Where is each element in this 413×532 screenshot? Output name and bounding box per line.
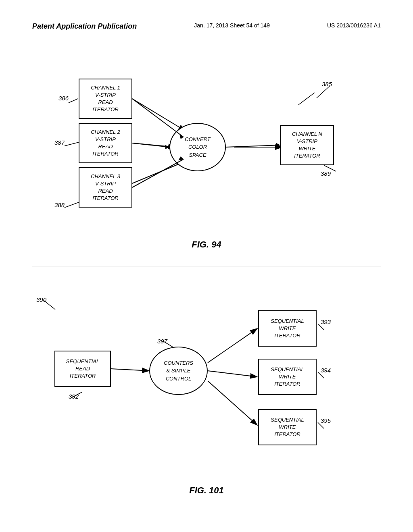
ref397-arrow <box>162 341 174 349</box>
channelN-box: CHANNEL NV-STRIPWRITEITERATOR <box>280 125 334 165</box>
patent-title: Patent Application Publication <box>32 22 137 31</box>
svg-line-27 <box>208 328 257 363</box>
ref392-arrow <box>69 391 83 399</box>
ref385-arrow <box>313 84 331 100</box>
svg-line-23 <box>318 372 324 378</box>
svg-line-7 <box>65 142 79 146</box>
channel1-box: CHANNEL 1V-STRIPREADITERATOR <box>79 79 132 119</box>
channelN-text: CHANNEL NV-STRIPWRITEITERATOR <box>292 131 322 160</box>
seq-write1-box: SEQUENTIALWRITEITERATOR <box>258 310 317 347</box>
ref390-arrow <box>42 298 56 310</box>
ref393-arrow <box>317 322 325 330</box>
svg-line-17 <box>226 145 280 147</box>
ref386-arrow <box>67 97 79 105</box>
seq-write3-box: SEQUENTIALWRITEITERATOR <box>258 409 317 445</box>
seq-write2-text: SEQUENTIALWRITEITERATOR <box>271 366 304 388</box>
ref388-arrow <box>63 202 79 210</box>
header: Patent Application Publication Jan. 17, … <box>32 22 381 31</box>
seq-read-text: SEQUENTIALREADITERATOR <box>66 358 99 380</box>
svg-line-13 <box>132 143 169 147</box>
svg-line-15 <box>132 159 184 187</box>
svg-line-21 <box>164 342 173 347</box>
convert-text: CONVERTCOLORSPACE <box>185 135 210 159</box>
seq-write3-text: SEQUENTIALWRITEITERATOR <box>271 416 304 438</box>
ref395-arrow <box>317 421 325 429</box>
svg-line-2 <box>132 161 186 183</box>
channel3-box: CHANNEL 3V-STRIPREADITERATOR <box>79 167 132 208</box>
convert-circle: CONVERTCOLORSPACE <box>169 123 226 171</box>
svg-marker-14 <box>165 145 169 149</box>
ref387-arrow <box>63 141 79 147</box>
counters-circle: COUNTERS& SIMPLECONTROL <box>149 347 208 395</box>
publication-number: US 2013/0016236 A1 <box>327 22 381 29</box>
channel1-text: CHANNEL 1V-STRIPREADITERATOR <box>91 84 120 114</box>
seq-write2-box: SEQUENTIALWRITEITERATOR <box>258 359 317 395</box>
svg-line-1 <box>132 143 175 147</box>
svg-line-9 <box>324 165 336 171</box>
counters-text: COUNTERS& SIMPLECONTROL <box>164 359 193 383</box>
seq-write1-text: SEQUENTIALWRITEITERATOR <box>271 318 304 340</box>
ref394-arrow <box>317 371 325 379</box>
channel2-box: CHANNEL 2V-STRIPREADITERATOR <box>79 123 132 163</box>
svg-line-29 <box>208 381 257 425</box>
svg-line-28 <box>208 371 257 377</box>
seq-read-box: SEQUENTIALREADITERATOR <box>54 351 111 387</box>
ref389-arrow <box>322 163 338 173</box>
svg-line-26 <box>111 369 149 371</box>
svg-line-4 <box>298 93 315 105</box>
svg-line-6 <box>69 99 78 103</box>
svg-line-24 <box>318 422 324 428</box>
svg-line-20 <box>71 392 82 398</box>
fig94-diagram: CHANNEL 1V-STRIPREADITERATOR 386 CHANNEL… <box>32 60 381 254</box>
fig101-label: FIG. 101 <box>189 485 224 496</box>
fig101-diagram: 390 SEQUENTIALREADITERATOR 392 COUNTERS&… <box>32 290 381 508</box>
channel2-text: CHANNEL 2V-STRIPREADITERATOR <box>91 129 120 158</box>
svg-line-0 <box>132 99 186 131</box>
svg-line-19 <box>44 300 55 310</box>
svg-line-10 <box>317 86 330 98</box>
svg-marker-18 <box>276 143 280 147</box>
divider <box>32 266 381 266</box>
sheet-info: Jan. 17, 2013 Sheet 54 of 149 <box>194 22 270 29</box>
channel3-text: CHANNEL 3V-STRIPREADITERATOR <box>91 173 120 202</box>
page: Patent Application Publication Jan. 17, … <box>0 0 413 532</box>
fig94-label: FIG. 94 <box>192 239 221 250</box>
svg-line-8 <box>65 202 79 208</box>
svg-line-22 <box>318 324 324 330</box>
